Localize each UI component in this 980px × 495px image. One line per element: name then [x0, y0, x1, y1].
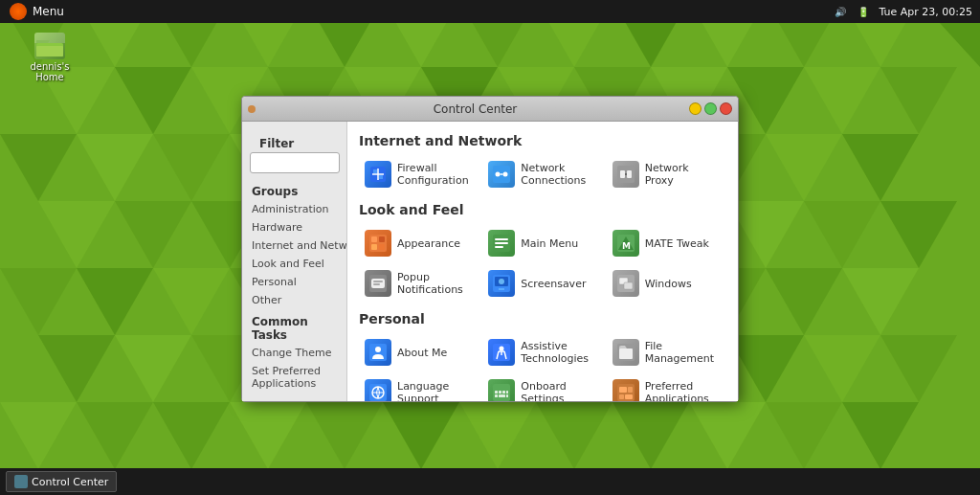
- main-menu-icon: [488, 230, 515, 257]
- internet-grid: Firewall Configuration Network Connectio…: [359, 156, 726, 192]
- sidebar-item-other[interactable]: Other: [242, 291, 346, 309]
- svg-rect-97: [620, 170, 625, 178]
- about-me-label: About Me: [397, 347, 447, 359]
- screensaver-item[interactable]: Screensaver: [482, 265, 602, 302]
- svg-rect-136: [506, 394, 508, 397]
- filter-section: Filter 🔍: [242, 129, 346, 181]
- mate-tweak-icon: M: [612, 230, 639, 257]
- screensaver-label: Screensaver: [521, 278, 586, 290]
- look-grid: Appearance Main Menu M MATE Tweak: [359, 225, 726, 302]
- svg-rect-130: [495, 391, 498, 394]
- onboard-label: Onboard Settings: [521, 380, 596, 401]
- menu-button[interactable]: Menu: [4, 0, 70, 23]
- main-content[interactable]: Internet and Network Firewall Configurat…: [347, 122, 738, 401]
- svg-point-95: [503, 172, 508, 177]
- personal-grid: About Me Assistive Technologies File Man…: [359, 334, 726, 401]
- bottom-panel: Control Center: [0, 468, 980, 495]
- sidebar-item-internet[interactable]: Internet and Network: [242, 236, 346, 255]
- windows-item[interactable]: Windows: [607, 265, 726, 302]
- about-me-item[interactable]: About Me: [359, 334, 479, 371]
- preferred-apps-item[interactable]: Preferred Applications: [607, 374, 726, 401]
- main-menu-label: Main Menu: [521, 237, 578, 250]
- svg-rect-138: [619, 387, 627, 393]
- preferred-apps-icon: [612, 379, 639, 401]
- onboard-icon: [488, 379, 515, 401]
- top-panel: Menu 🔊 🔋 Tue Apr 23, 00:25: [0, 0, 980, 23]
- svg-rect-112: [373, 281, 383, 282]
- audio-icon[interactable]: 🔊: [833, 4, 848, 19]
- personal-section-title: Personal: [359, 311, 726, 326]
- window-body: Filter 🔍 Groups Administration Hardware …: [242, 122, 738, 401]
- svg-rect-133: [506, 391, 508, 394]
- window-title: Control Center: [261, 102, 689, 116]
- file-management-item[interactable]: File Management: [607, 334, 726, 371]
- home-folder-image: [34, 33, 65, 59]
- popup-icon: [365, 270, 391, 297]
- common-tasks-label: Common Tasks: [242, 309, 346, 344]
- appearance-icon: [365, 230, 391, 257]
- appearance-item[interactable]: Appearance: [359, 225, 479, 261]
- svg-marker-89: [36, 40, 50, 43]
- svg-rect-141: [625, 394, 633, 399]
- onboard-item[interactable]: Onboard Settings: [482, 374, 602, 401]
- svg-rect-107: [495, 246, 503, 248]
- assistive-item[interactable]: Assistive Technologies: [482, 334, 602, 371]
- taskbar-label: Control Center: [32, 476, 108, 488]
- popup-item[interactable]: Popup Notifications: [359, 265, 479, 302]
- filter-label: Filter: [250, 133, 339, 152]
- about-me-icon: [365, 339, 391, 366]
- assistive-label: Assistive Technologies: [521, 340, 596, 365]
- appearance-label: Appearance: [397, 237, 460, 250]
- panel-right: 🔊 🔋 Tue Apr 23, 00:25: [833, 4, 976, 19]
- close-button[interactable]: [720, 102, 732, 115]
- sidebar-task-theme[interactable]: Change Theme: [242, 344, 346, 362]
- maximize-button[interactable]: [704, 102, 717, 115]
- window-buttons: [689, 102, 732, 115]
- svg-rect-120: [624, 282, 633, 289]
- svg-rect-113: [373, 283, 380, 285]
- search-input[interactable]: [250, 152, 340, 173]
- groups-label: Groups: [242, 181, 346, 200]
- menu-label: Menu: [33, 5, 64, 18]
- network-proxy-item[interactable]: Network Proxy: [607, 156, 726, 192]
- svg-rect-140: [619, 394, 624, 399]
- language-label: Language Support: [397, 380, 473, 401]
- network-connections-item[interactable]: Network Connections: [482, 156, 602, 192]
- minimize-button[interactable]: [689, 102, 702, 115]
- taskbar-control-center[interactable]: Control Center: [6, 471, 117, 492]
- svg-rect-100: [371, 236, 377, 242]
- svg-rect-88: [36, 46, 63, 56]
- svg-rect-135: [499, 394, 505, 397]
- firewall-item[interactable]: Firewall Configuration: [359, 156, 479, 192]
- svg-rect-106: [495, 242, 508, 244]
- internet-section-title: Internet and Network: [359, 133, 726, 148]
- svg-rect-116: [499, 288, 504, 290]
- svg-rect-92: [379, 175, 383, 179]
- sidebar-task-preferred[interactable]: Set Preferred Applications: [242, 362, 346, 393]
- mate-tweak-label: MATE Tweak: [645, 237, 709, 250]
- window-titlebar: Control Center: [242, 97, 738, 122]
- firewall-icon: [365, 161, 391, 188]
- svg-text:M: M: [622, 241, 631, 251]
- svg-rect-132: [502, 391, 505, 394]
- datetime-label: Tue Apr 23, 00:25: [879, 6, 972, 18]
- sidebar: Filter 🔍 Groups Administration Hardware …: [242, 122, 347, 401]
- svg-point-117: [499, 279, 504, 284]
- network-connections-icon: [488, 161, 515, 188]
- sidebar-item-personal[interactable]: Personal: [242, 273, 346, 291]
- filter-wrapper: 🔍: [250, 152, 339, 173]
- language-icon: [365, 379, 391, 401]
- sidebar-item-look[interactable]: Look and Feel: [242, 255, 346, 273]
- windows-label: Windows: [645, 278, 692, 290]
- mate-tweak-item[interactable]: M MATE Tweak: [607, 225, 726, 261]
- home-folder-label: dennis's Home: [21, 61, 78, 82]
- sidebar-item-administration[interactable]: Administration: [242, 200, 346, 218]
- language-item[interactable]: Language Support: [359, 374, 479, 401]
- svg-rect-103: [379, 244, 385, 250]
- screensaver-icon: [488, 270, 515, 297]
- sidebar-item-hardware[interactable]: Hardware: [242, 218, 346, 236]
- network-proxy-label: Network Proxy: [645, 162, 721, 187]
- windows-icon: [612, 270, 639, 297]
- home-folder-icon[interactable]: dennis's Home: [21, 33, 78, 82]
- main-menu-item[interactable]: Main Menu: [482, 225, 602, 261]
